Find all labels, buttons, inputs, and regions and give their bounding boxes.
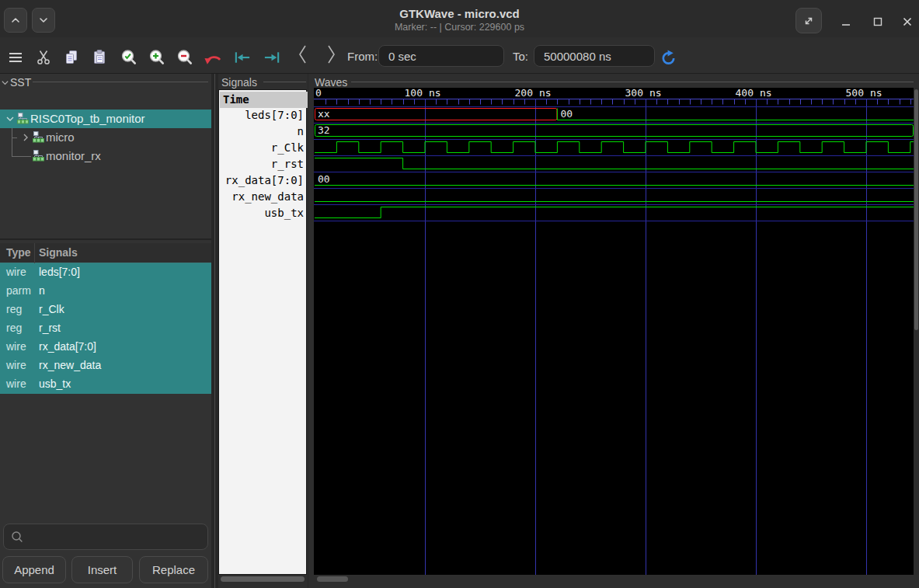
signal-row-rx_new_data[interactable]: wirerx_new_data (0, 357, 211, 375)
shift-left-button[interactable] (294, 45, 312, 64)
copy-button[interactable] (62, 48, 81, 67)
svg-text:00: 00 (318, 173, 330, 185)
signal-type: wire (6, 359, 26, 371)
signal-row-rx_data[7:0][interactable]: wirerx_data[7:0] (0, 338, 211, 357)
goto-start-button[interactable] (233, 48, 252, 67)
zoom-out-icon (176, 49, 194, 67)
arrow-to-start-icon (233, 49, 252, 66)
wave-signal-label-rx_data[7:0][interactable]: rx_data[7:0] (225, 172, 304, 189)
signal-type: parm (6, 284, 31, 297)
toolbar: From: To: (0, 37, 919, 74)
svg-text:200: 200 (515, 88, 533, 99)
column-divider (34, 243, 35, 263)
signal-name: usb_tx (39, 378, 71, 390)
zoom-fit-button[interactable] (120, 48, 138, 67)
signal-name: rx_new_data (39, 359, 101, 371)
menu-button[interactable] (6, 48, 25, 67)
from-label: From: (347, 50, 378, 63)
insert-button[interactable]: Insert (71, 556, 133, 583)
replace-button[interactable]: Replace (139, 556, 208, 583)
append-button[interactable]: Append (2, 556, 66, 583)
cut-button[interactable] (34, 48, 53, 67)
hierarchy-icon (33, 131, 44, 143)
wave-signal-label-leds[7:0][interactable]: leds[7:0] (245, 107, 304, 124)
chevron-right-icon (324, 43, 338, 65)
svg-text:00: 00 (560, 108, 573, 120)
signals-name-list: Time leds[7:0]nr_Clkr_rstrx_data[7:0]rx_… (218, 89, 307, 575)
gtkwave-window: GTKWave - micro.vcd Marker: -- | Cursor:… (0, 0, 919, 588)
sst-collapse-icon[interactable] (1, 78, 9, 87)
signal-search-box (3, 524, 208, 550)
signal-type: reg (6, 303, 22, 315)
search-input[interactable] (29, 527, 203, 548)
goto-end-button[interactable] (263, 48, 281, 67)
signal-row-r_rst[interactable]: regr_rst (0, 319, 211, 338)
waves-vscrollbar-track (914, 88, 919, 575)
type-column-header: Type (6, 246, 31, 259)
expander-closed-icon[interactable] (21, 133, 30, 142)
svg-text:ns: ns (870, 88, 882, 99)
signal-name: n (39, 284, 45, 297)
maximize-button[interactable] (870, 14, 886, 30)
signal-row-r_Clk[interactable]: regr_Clk (0, 301, 211, 319)
from-input[interactable] (378, 45, 504, 67)
signal-name: r_Clk (39, 303, 64, 315)
hierarchy-icon (17, 113, 29, 124)
wave-signal-label-rx_new_data[interactable]: rx_new_data (231, 189, 304, 205)
signal-row-usb_tx[interactable]: wireusb_tx (0, 375, 211, 394)
waves-vscrollbar[interactable] (914, 89, 918, 330)
svg-text:100: 100 (405, 88, 423, 99)
arrow-to-end-icon (263, 49, 281, 66)
signal-row-leds[7:0][interactable]: wireleds[7:0] (0, 263, 211, 282)
waveform-canvas[interactable]: 0100ns200ns300ns400ns500nsxx003200 (314, 88, 914, 575)
wave-signal-label-r_Clk[interactable]: r_Clk (271, 140, 304, 156)
chevron-down-icon (37, 14, 50, 26)
to-input[interactable] (534, 45, 655, 67)
minimize-button[interactable] (838, 14, 854, 30)
close-button[interactable] (900, 14, 915, 30)
signal-type: reg (6, 322, 22, 334)
tree-item-monitor_rx[interactable]: monitor_rx (0, 147, 211, 165)
wave-signal-label-r_rst[interactable]: r_rst (271, 156, 304, 172)
expand-window-button[interactable] (795, 8, 822, 33)
svg-text:xx: xx (318, 108, 330, 120)
tree-item-label: monitor_rx (46, 149, 101, 162)
nav-up-button[interactable] (4, 8, 27, 33)
zoom-out-button[interactable] (176, 48, 194, 67)
svg-text:300: 300 (625, 88, 643, 99)
svg-text:ns: ns (539, 88, 552, 99)
chevron-up-icon (9, 14, 22, 26)
zoom-undo-button[interactable] (204, 48, 222, 67)
signals-column-header: Signals (39, 246, 78, 259)
time-row[interactable]: Time (220, 92, 308, 108)
window-title: GTKWave - micro.vcd (194, 7, 725, 20)
reload-icon (660, 49, 677, 67)
paste-button[interactable] (90, 48, 109, 67)
signal-row-n[interactable]: parmn (0, 282, 211, 301)
tree-item-label: RISC0Top_tb_monitor (30, 112, 145, 125)
hamburger-icon (7, 49, 24, 66)
svg-text:500: 500 (846, 88, 864, 99)
zoom-in-button[interactable] (148, 48, 166, 67)
svg-text:ns: ns (649, 88, 662, 99)
expander-open-icon[interactable] (5, 114, 15, 124)
sst-panel: SST RISC0Top_tb_monitormicromonitor_rx T… (0, 74, 211, 588)
expand-icon (802, 14, 816, 28)
chevron-left-icon (296, 43, 310, 65)
pane-divider-handle[interactable] (211, 74, 218, 588)
signals-hscrollbar[interactable] (221, 576, 305, 582)
maximize-icon (872, 16, 884, 28)
waves-header: Waves (315, 76, 347, 89)
reload-button[interactable] (659, 48, 677, 67)
tree-item-RISC0Top_tb_monitor[interactable]: RISC0Top_tb_monitor (0, 110, 211, 128)
wave-signal-label-usb_tx[interactable]: usb_tx (264, 205, 304, 221)
wave-signal-label-n[interactable]: n (298, 124, 304, 140)
svg-text:ns: ns (429, 88, 441, 99)
panel-divider (0, 238, 211, 240)
zoom-fit-icon (120, 49, 138, 67)
shift-right-button[interactable] (322, 45, 340, 64)
nav-down-button[interactable] (32, 8, 55, 33)
waves-hscrollbar[interactable] (317, 576, 348, 582)
tree-item-micro[interactable]: micro (0, 128, 211, 147)
svg-text:400: 400 (736, 88, 754, 99)
